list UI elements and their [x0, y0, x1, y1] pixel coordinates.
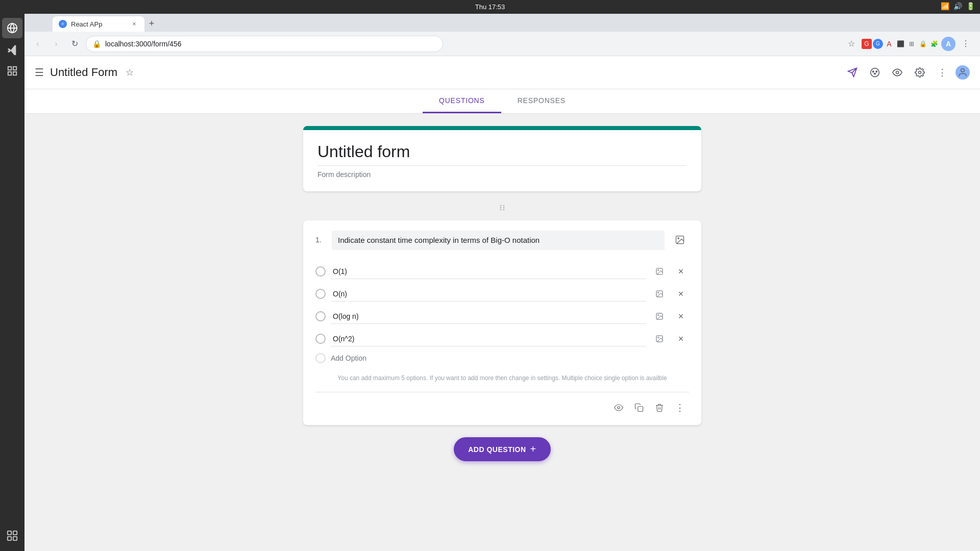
dock-icon-apps[interactable] — [2, 525, 22, 546]
dock-icon-vscode[interactable] — [2, 39, 22, 60]
option-input-4[interactable] — [331, 332, 646, 346]
wifi-icon: 📶 — [941, 2, 949, 10]
svg-point-14 — [876, 71, 877, 72]
option-row: × — [315, 283, 689, 305]
main-content: ⚛ React APp × + ‹ › ↻ 🔒 localhost:3000/f… — [24, 14, 980, 551]
bookmark-star-icon[interactable]: ☆ — [843, 36, 860, 52]
settings-button[interactable] — [911, 63, 929, 82]
app-header: ☰ Untitled Form ☆ ⋮ — [24, 56, 980, 89]
question-card: 1. — [303, 220, 701, 425]
option-image-btn-2[interactable] — [651, 286, 668, 302]
lock-icon: 🔒 — [92, 40, 101, 48]
svg-rect-3 — [13, 67, 16, 70]
option-radio-4 — [315, 334, 326, 344]
svg-point-17 — [919, 71, 921, 74]
add-question-plus-icon: + — [530, 443, 536, 455]
option-radio-3 — [315, 311, 326, 321]
option-input-3[interactable] — [331, 309, 646, 324]
svg-rect-8 — [8, 537, 11, 540]
option-delete-btn-4[interactable]: × — [673, 331, 689, 347]
user-avatar[interactable] — [955, 65, 970, 80]
question-text-input[interactable] — [332, 231, 665, 250]
ext-icon-7[interactable]: 🧩 — [929, 39, 939, 49]
ext-icon-4[interactable]: ⬛ — [895, 39, 905, 49]
ext-icon-2[interactable]: G — [873, 39, 883, 49]
volume-icon: 🔊 — [953, 2, 962, 10]
ext-icon-6[interactable]: 🔒 — [918, 39, 928, 49]
add-option-row[interactable]: Add Option — [315, 350, 689, 366]
back-button[interactable]: ‹ — [31, 37, 45, 51]
question-more-btn[interactable]: ⋮ — [671, 398, 689, 417]
new-tab-button[interactable]: + — [144, 16, 159, 31]
form-description-input[interactable] — [317, 170, 687, 179]
add-question-button[interactable]: ADD QUESTION + — [454, 437, 551, 461]
svg-point-21 — [500, 207, 502, 209]
form-title-card — [303, 126, 701, 191]
option-input-1[interactable] — [331, 264, 646, 279]
add-option-radio — [315, 353, 326, 363]
question-delete-btn[interactable] — [650, 398, 669, 417]
question-image-button[interactable] — [671, 231, 689, 249]
address-bar[interactable]: 🔒 localhost:3000/form/456 — [86, 36, 443, 52]
svg-rect-9 — [13, 537, 17, 540]
toolbar-right: ☆ G G A ⬛ ⊞ 🔒 🧩 A ⋮ — [843, 36, 974, 52]
forward-button[interactable]: › — [49, 37, 63, 51]
tab-responses[interactable]: RESPONSES — [501, 89, 582, 113]
app-header-left: ☰ Untitled Form ☆ — [35, 66, 134, 79]
svg-point-18 — [961, 69, 965, 72]
ext-icon-1[interactable]: G — [862, 39, 872, 49]
tab-title: React APp — [71, 20, 102, 28]
option-delete-btn-1[interactable]: × — [673, 263, 689, 280]
ext-icon-5[interactable]: ⊞ — [906, 39, 917, 49]
svg-rect-2 — [8, 67, 11, 70]
question-preview-btn[interactable] — [609, 398, 628, 417]
favorite-star-icon[interactable]: ☆ — [126, 67, 134, 78]
svg-point-28 — [658, 270, 659, 271]
ext-icon-3[interactable]: A — [884, 39, 894, 49]
dock-icon-browser[interactable] — [2, 18, 22, 38]
svg-point-19 — [500, 205, 502, 207]
option-image-btn-3[interactable] — [651, 308, 668, 324]
option-delete-btn-3[interactable]: × — [673, 308, 689, 324]
option-image-btn-1[interactable] — [651, 263, 668, 280]
app-header-right: ⋮ — [843, 63, 970, 82]
svg-rect-36 — [638, 407, 643, 412]
question-card-footer: ⋮ — [315, 392, 689, 417]
more-options-button[interactable]: ⋮ — [933, 63, 951, 82]
browser-toolbar: ‹ › ↻ 🔒 localhost:3000/form/456 ☆ G G A … — [24, 32, 980, 56]
profile-avatar[interactable]: A — [941, 37, 955, 51]
option-radio-1 — [315, 266, 326, 277]
question-copy-btn[interactable] — [630, 398, 648, 417]
question-input-wrapper — [332, 231, 665, 250]
chrome-more-icon[interactable]: ⋮ — [958, 36, 974, 52]
send-button[interactable] — [843, 63, 862, 82]
content-area: 1. — [24, 114, 980, 551]
question-header: 1. — [315, 231, 689, 250]
battery-icon: 🔋 — [966, 2, 975, 10]
option-row: × — [315, 260, 689, 283]
form-title-header[interactable]: Untitled Form — [50, 66, 117, 79]
tab-questions[interactable]: QUESTIONS — [423, 89, 501, 113]
add-option-label[interactable]: Add Option — [331, 354, 366, 362]
hamburger-menu-icon[interactable]: ☰ — [35, 66, 44, 79]
option-input-2[interactable] — [331, 287, 646, 302]
browser-tab-react[interactable]: ⚛ React APp × — [53, 16, 144, 32]
app-area: ☰ Untitled Form ☆ ⋮ — [24, 56, 980, 551]
option-image-btn-4[interactable] — [651, 331, 668, 347]
dock-icon-files[interactable] — [2, 61, 22, 81]
add-question-label: ADD QUESTION — [468, 445, 526, 454]
os-topbar: Thu 17:53 📶 🔊 🔋 — [0, 0, 980, 14]
options-list: × × — [315, 260, 689, 366]
extension-icons: G G A ⬛ ⊞ 🔒 🧩 — [862, 39, 939, 49]
left-dock — [0, 14, 24, 551]
url-text: localhost:3000/form/456 — [105, 40, 181, 48]
option-row: × — [315, 328, 689, 350]
tab-close-button[interactable]: × — [130, 20, 138, 28]
preview-button[interactable] — [888, 63, 906, 82]
question-number: 1. — [315, 231, 326, 244]
palette-button[interactable] — [866, 63, 884, 82]
svg-rect-4 — [8, 72, 11, 75]
option-delete-btn-2[interactable]: × — [673, 286, 689, 302]
reload-button[interactable]: ↻ — [67, 37, 82, 51]
form-title-input[interactable] — [317, 142, 687, 166]
